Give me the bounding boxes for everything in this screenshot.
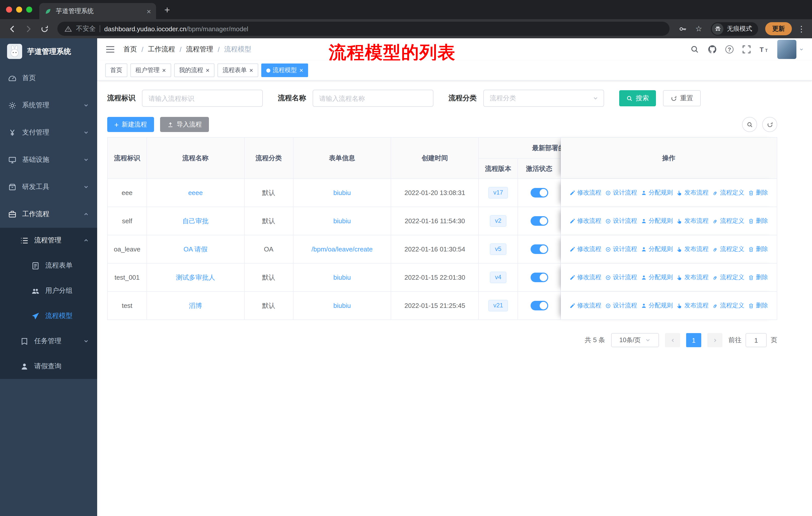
delete-link[interactable]: 删除 xyxy=(748,217,768,225)
close-window-button[interactable] xyxy=(6,6,12,12)
active-toggle[interactable] xyxy=(530,301,548,310)
tag-close-icon[interactable]: × xyxy=(299,67,303,74)
modify-process-link[interactable]: 修改流程 xyxy=(570,188,601,197)
publish-process-link[interactable]: 发布流程 xyxy=(677,273,708,282)
delete-link[interactable]: 删除 xyxy=(748,273,768,282)
user-menu[interactable] xyxy=(777,40,804,59)
page-number-current[interactable]: 1 xyxy=(686,333,701,347)
sidebar-item-10[interactable]: 任务管理 xyxy=(0,329,97,354)
assign-rule-link[interactable]: 分配规则 xyxy=(641,273,673,282)
process-definition-link[interactable]: 流程定义 xyxy=(713,301,744,310)
modify-process-link[interactable]: 修改流程 xyxy=(570,245,601,253)
forward-button[interactable] xyxy=(21,22,35,36)
bookmark-star-icon[interactable]: ☆ xyxy=(692,22,706,36)
design-process-link[interactable]: 设计流程 xyxy=(605,188,637,197)
help-icon[interactable]: ? xyxy=(725,45,733,53)
process-name-input[interactable] xyxy=(313,90,433,107)
app-logo[interactable]: 芋道管理系统 xyxy=(0,38,97,64)
publish-process-link[interactable]: 发布流程 xyxy=(677,217,708,225)
process-definition-link[interactable]: 流程定义 xyxy=(713,273,744,282)
font-size-icon[interactable]: TT xyxy=(760,45,769,54)
process-key-input[interactable] xyxy=(142,90,263,107)
design-process-link[interactable]: 设计流程 xyxy=(605,273,637,282)
sidebar-item-4[interactable]: 研发工具 xyxy=(0,173,97,200)
publish-process-link[interactable]: 发布流程 xyxy=(677,301,708,310)
page-size-select[interactable]: 10条/页 xyxy=(611,333,659,347)
minimize-window-button[interactable] xyxy=(16,6,22,12)
address-bar[interactable]: 不安全 dashboard.yudao.iocoder.cn/bpm/manag… xyxy=(57,22,670,36)
process-definition-link[interactable]: 流程定义 xyxy=(713,245,744,253)
fullscreen-icon[interactable] xyxy=(742,45,751,54)
import-process-button[interactable]: 导入流程 xyxy=(160,117,209,132)
assign-rule-link[interactable]: 分配规则 xyxy=(641,245,673,253)
publish-process-link[interactable]: 发布流程 xyxy=(677,245,708,253)
process-name-link[interactable]: 自己审批 xyxy=(182,216,209,225)
active-toggle[interactable] xyxy=(530,244,548,254)
browser-menu-icon[interactable]: ⋮ xyxy=(796,24,807,33)
view-tab-4[interactable]: 流程模型× xyxy=(261,63,308,77)
process-name-link[interactable]: OA 请假 xyxy=(183,245,207,254)
design-process-link[interactable]: 设计流程 xyxy=(605,217,637,225)
tag-close-icon[interactable]: × xyxy=(249,67,253,74)
browser-tab[interactable]: 芋道管理系统 × xyxy=(39,3,156,19)
avatar[interactable] xyxy=(777,40,796,59)
process-definition-link[interactable]: 流程定义 xyxy=(713,217,744,225)
reload-button[interactable] xyxy=(37,22,51,36)
form-info-link[interactable]: biubiu xyxy=(333,274,351,281)
process-definition-link[interactable]: 流程定义 xyxy=(713,188,744,197)
modify-process-link[interactable]: 修改流程 xyxy=(570,301,601,310)
sidebar-item-8[interactable]: 用户分组 xyxy=(0,278,97,303)
refresh-table-button[interactable] xyxy=(762,117,777,132)
form-info-link[interactable]: biubiu xyxy=(333,302,351,309)
process-name-link[interactable]: 滔博 xyxy=(189,301,202,310)
process-name-link[interactable]: 测试多审批人 xyxy=(176,273,215,282)
tag-close-icon[interactable]: × xyxy=(206,67,209,74)
tab-close-icon[interactable]: × xyxy=(146,7,151,15)
sidebar-item-6[interactable]: 流程管理 xyxy=(0,228,97,253)
view-tab-2[interactable]: 我的流程× xyxy=(174,63,214,77)
delete-link[interactable]: 删除 xyxy=(748,188,768,197)
view-tab-1[interactable]: 租户管理× xyxy=(130,63,171,77)
form-info-link[interactable]: biubiu xyxy=(333,217,351,225)
active-toggle[interactable] xyxy=(530,216,548,226)
sidebar-item-11[interactable]: 请假查询 xyxy=(0,354,97,379)
view-tab-0[interactable]: 首页 xyxy=(105,63,127,77)
update-button[interactable]: 更新 xyxy=(765,22,792,35)
toggle-search-button[interactable] xyxy=(742,117,757,132)
sidebar-item-1[interactable]: 系统管理 xyxy=(0,92,97,119)
create-process-button[interactable]: + 新建流程 xyxy=(107,117,154,132)
breadcrumb-home[interactable]: 首页 xyxy=(123,45,137,54)
back-button[interactable] xyxy=(5,22,19,36)
process-category-select[interactable]: 流程分类 xyxy=(483,90,604,107)
goto-page-input[interactable] xyxy=(746,333,767,347)
modify-process-link[interactable]: 修改流程 xyxy=(570,217,601,225)
sidebar-item-7[interactable]: 流程表单 xyxy=(0,253,97,278)
form-info-link[interactable]: biubiu xyxy=(333,189,351,196)
sidebar-item-3[interactable]: 基础设施 xyxy=(0,146,97,173)
security-warning-icon[interactable] xyxy=(64,25,72,32)
assign-rule-link[interactable]: 分配规则 xyxy=(641,301,673,310)
modify-process-link[interactable]: 修改流程 xyxy=(570,273,601,282)
sidebar-item-2[interactable]: 支付管理 xyxy=(0,119,97,146)
reset-button[interactable]: 重置 xyxy=(663,90,701,106)
search-button[interactable]: 搜索 xyxy=(619,90,656,106)
search-icon[interactable] xyxy=(690,45,699,54)
active-toggle[interactable] xyxy=(530,188,548,197)
assign-rule-link[interactable]: 分配规则 xyxy=(641,217,673,225)
assign-rule-link[interactable]: 分配规则 xyxy=(641,188,673,197)
delete-link[interactable]: 删除 xyxy=(748,245,768,253)
active-toggle[interactable] xyxy=(530,273,548,282)
prev-page-button[interactable] xyxy=(665,333,680,347)
view-tab-3[interactable]: 流程表单× xyxy=(218,63,258,77)
delete-link[interactable]: 删除 xyxy=(748,301,768,310)
breadcrumb-process-manage[interactable]: 流程管理 xyxy=(186,45,213,54)
publish-process-link[interactable]: 发布流程 xyxy=(677,188,708,197)
maximize-window-button[interactable] xyxy=(26,6,32,12)
collapse-sidebar-icon[interactable] xyxy=(105,45,115,54)
sidebar-item-5[interactable]: 工作流程 xyxy=(0,200,97,228)
github-icon[interactable] xyxy=(708,45,717,54)
sidebar-item-0[interactable]: 首页 xyxy=(0,64,97,92)
password-key-icon[interactable] xyxy=(675,22,690,36)
new-tab-button[interactable]: + xyxy=(160,3,174,17)
form-info-link[interactable]: /bpm/oa/leave/create xyxy=(312,245,373,253)
